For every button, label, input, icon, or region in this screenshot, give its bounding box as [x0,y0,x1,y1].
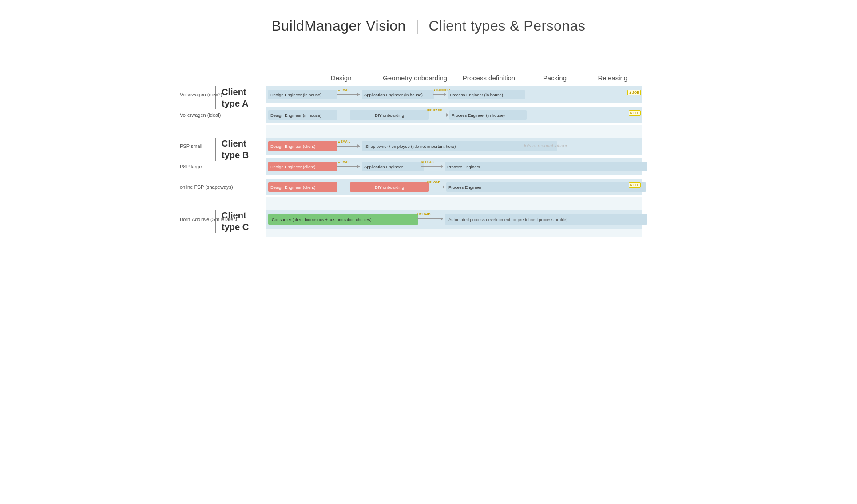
column-headers: Design Geometry onboarding Process defin… [304,70,642,86]
diagram-container: Design Geometry onboarding Process defin… [215,70,642,237]
bar-vw-ideal-proc: Process Engineer (in house) [449,110,527,120]
client-type-c-grid: Born-Additive (SmileDirect) Consumer (cl… [266,210,642,237]
connector-vw-now-handoff: ▲HANDOFF [433,94,446,95]
row-vw-ideal: Volkswagen (ideal) Design Engineer (in h… [266,107,642,123]
row-label-psp-shapeways: online PSP (shapeways) [180,184,233,190]
bar-vw-now-design: Design Engineer (in house) [268,90,337,99]
client-type-b-section: Client type B PSP small Design Engineer … [215,138,642,210]
bar-shapeways-proc: Process Engineer [446,182,646,192]
bar-psp-small-design: Design Engineer (client) [268,141,337,151]
bar-psp-large-geo: Application Engineer [362,162,424,171]
bar-shapeways-design: Design Engineer (client) [268,182,337,192]
row-label-psp-small: PSP small [180,143,202,149]
text-lots-manual: lots of manual labour [524,143,567,148]
row-label-born-additive: Born-Additive (SmileDirect) [180,217,239,222]
client-type-a-section: Client type A Volkswagen (now?) Design E… [215,86,642,138]
row-label-vw-ideal: Volkswagen (ideal) [180,112,221,118]
badge-vw-now: ▲JOB [627,90,641,95]
page-title: BuildManager Vision | Client types & Per… [271,18,585,34]
bar-vw-ideal-design: Design Engineer (in house) [268,110,337,120]
client-type-b-grid: PSP small Design Engineer (client) ▲EMAI… [266,138,642,210]
connector-psp-small-email: ▲EMAIL [337,146,360,147]
row-label-vw-now: Volkswagen (now?) [180,92,222,97]
client-type-c-section: Client type C Born-Additive (SmileDirect… [215,210,642,237]
badge-vw-ideal: RELE [629,110,641,116]
row-psp-shapeways: online PSP (shapeways) Design Engineer (… [266,179,642,195]
row-psp-small: PSP small Design Engineer (client) ▲EMAI… [266,138,642,155]
connector-shapeways-upload: UPLOAD [427,187,445,187]
bar-born-additive-auto: Automated process development (or predef… [445,214,647,225]
row-vw-now: Volkswagen (now?) Design Engineer (in ho… [266,86,642,103]
badge-shapeways: RELE [629,182,641,188]
bar-vw-now-geo: Application Engineer (in house) [362,90,434,99]
client-type-b-label-col: Client type B [215,138,266,161]
bar-psp-large-design: Design Engineer (client) [268,162,337,171]
client-type-b-label: Client type B [215,138,262,161]
bar-shapeways-geo: DIY onboarding [350,182,429,192]
connector-vw-now-email: ▲EMAIL [337,94,360,95]
row-born-additive: Born-Additive (SmileDirect) Consumer (cl… [266,210,642,229]
client-type-a-label: Client type A [215,86,262,109]
connector-born-additive-upload: UPLOAD [417,218,443,219]
bar-born-additive-consumer: Consumer (client biometrics + customizat… [268,214,418,225]
bar-psp-large-proc: Process Engineer [445,162,647,171]
col-header-design: Design [304,70,378,86]
row-label-psp-large: PSP large [180,164,202,169]
col-header-geo: Geometry onboarding [378,70,452,86]
col-header-proc: Process definition [452,70,526,86]
client-type-a-grid: Volkswagen (now?) Design Engineer (in ho… [266,86,642,138]
bar-vw-ideal-geo: DIY onboarding [350,110,429,120]
row-psp-large: PSP large Design Engineer (client) ▲EMAI… [266,158,642,175]
connector-vw-ideal-release: RELEASE [427,115,448,115]
connector-psp-large-release: RELEASE [421,166,443,167]
col-header-pack: Packing [526,70,583,86]
connector-psp-large-email: ▲EMAIL [337,166,360,167]
client-type-a-label-col: Client type A [215,86,266,109]
col-header-rel: Releasing [584,70,642,86]
bar-vw-now-proc: Process Engineer (in house) [448,90,525,99]
